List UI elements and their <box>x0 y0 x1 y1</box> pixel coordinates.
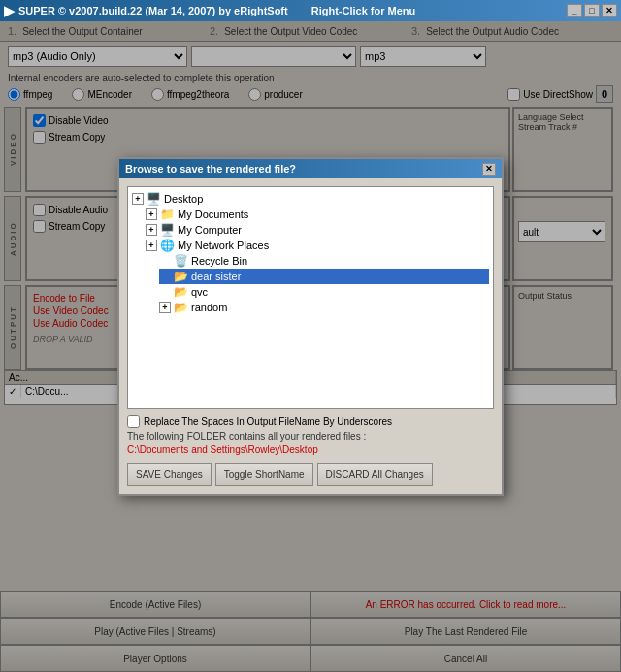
right-click-hint: Right-Click for Menu <box>311 5 416 16</box>
my-network-icon: 🌐 <box>160 239 175 252</box>
save-changes-button[interactable]: SAVE Changes <box>127 463 212 486</box>
tree-expand-my-network-places[interactable]: + <box>146 240 157 251</box>
dear-sister-label: dear sister <box>191 271 241 282</box>
tree-expand-my-documents[interactable]: + <box>146 208 157 220</box>
random-icon: 📂 <box>174 301 188 314</box>
modal-path: C:\Documents and Settings\Rowley\Desktop <box>127 444 494 455</box>
modal-info-text: The following FOLDER contains all your r… <box>127 432 494 442</box>
qvc-label: qvc <box>191 286 208 298</box>
tree-item-recycle-bin[interactable]: 🗑️ Recycle Bin <box>159 253 489 269</box>
discard-all-changes-button[interactable]: DISCARD All Changes <box>317 463 433 486</box>
tree-item-random[interactable]: + 📂 random <box>159 300 489 315</box>
tree-item-my-documents[interactable]: + 📁 My Documents <box>146 207 489 222</box>
recycle-bin-icon: 🗑️ <box>174 254 188 268</box>
desktop-label: Desktop <box>164 193 203 205</box>
modal-body: + 🖥️ Desktop + 📁 My Documents + 🖥️ <box>119 178 502 494</box>
random-label: random <box>191 302 227 313</box>
tree-item-qvc[interactable]: 📂 qvc <box>159 284 489 300</box>
my-network-label: My Network Places <box>178 240 269 251</box>
close-button[interactable]: ✕ <box>602 4 617 17</box>
tree-expand-random[interactable]: + <box>159 302 171 313</box>
my-documents-icon: 📁 <box>160 208 175 221</box>
modal-close-button[interactable]: ✕ <box>482 163 496 176</box>
modal-buttons: SAVE Changes Toggle ShortName DISCARD Al… <box>127 463 494 486</box>
qvc-icon: 📂 <box>174 285 188 299</box>
tree-item-my-computer[interactable]: + 🖥️ My Computer <box>146 222 489 238</box>
browse-modal: Browse to save the rendered file? ✕ + 🖥️… <box>117 157 504 496</box>
toggle-shortname-button[interactable]: Toggle ShortName <box>215 463 313 486</box>
dear-sister-icon: 📂 <box>174 270 188 283</box>
desktop-icon: 🖥️ <box>147 192 161 206</box>
title-text: SUPER © v2007.build.22 (Mar 14, 2007) by… <box>18 5 288 16</box>
modal-title-bar: Browse to save the rendered file? ✕ <box>119 159 502 178</box>
app-icon: ▶ <box>4 3 15 18</box>
my-computer-icon: 🖥️ <box>160 223 175 237</box>
replace-spaces-checkbox[interactable] <box>127 415 140 428</box>
tree-expand-desktop[interactable]: + <box>132 193 144 205</box>
modal-title: Browse to save the rendered file? <box>125 163 296 175</box>
file-tree[interactable]: + 🖥️ Desktop + 📁 My Documents + 🖥️ <box>127 186 494 409</box>
tree-item-my-network-places[interactable]: + 🌐 My Network Places <box>146 238 489 253</box>
replace-spaces-row: Replace The Spaces In Output FileName By… <box>127 415 494 428</box>
maximize-button[interactable]: □ <box>584 4 600 17</box>
replace-spaces-label: Replace The Spaces In Output FileName By… <box>144 416 392 427</box>
modal-overlay: Browse to save the rendered file? ✕ + 🖥️… <box>0 21 621 672</box>
title-bar: ▶ SUPER © v2007.build.22 (Mar 14, 2007) … <box>0 0 621 21</box>
my-computer-label: My Computer <box>178 224 242 236</box>
my-documents-label: My Documents <box>178 208 248 220</box>
tree-item-desktop[interactable]: + 🖥️ Desktop <box>132 191 489 207</box>
tree-item-dear-sister[interactable]: 📂 dear sister <box>159 269 489 284</box>
tree-expand-my-computer[interactable]: + <box>146 224 157 236</box>
recycle-bin-label: Recycle Bin <box>191 255 247 267</box>
minimize-button[interactable]: _ <box>567 4 582 17</box>
